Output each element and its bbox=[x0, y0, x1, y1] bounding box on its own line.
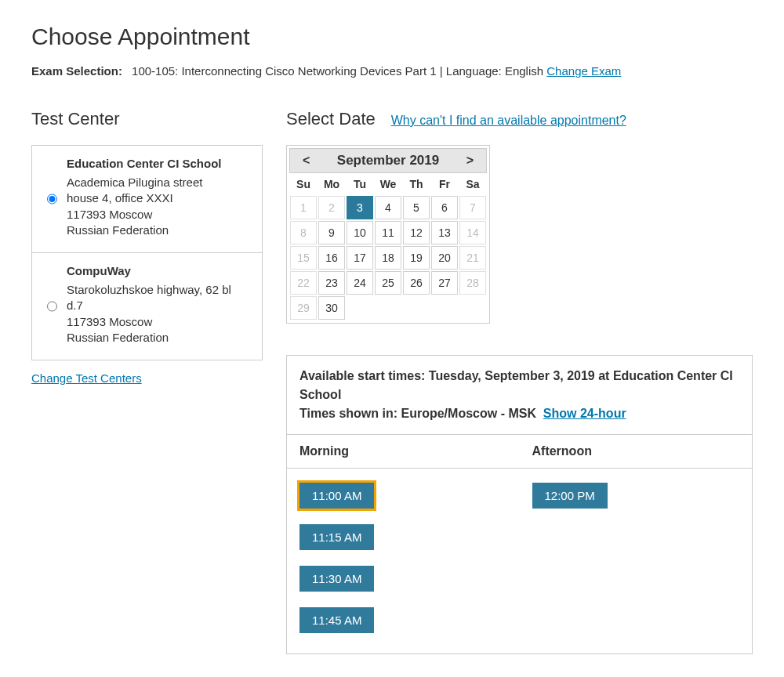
calendar-day[interactable]: 20 bbox=[431, 246, 458, 270]
test-center-address-line: Starokoluzhskoe highway, 62 bl bbox=[67, 282, 231, 298]
calendar-empty bbox=[431, 296, 458, 320]
calendar-empty bbox=[459, 296, 486, 320]
calendar-day[interactable]: 3 bbox=[347, 196, 373, 219]
calendar-day[interactable]: 24 bbox=[347, 271, 373, 295]
page-title: Choose Appointment bbox=[31, 24, 753, 50]
calendar-empty bbox=[375, 296, 401, 320]
time-slot[interactable]: 11:30 AM bbox=[299, 566, 374, 592]
test-center-name: CompuWay bbox=[67, 264, 231, 277]
afternoon-label: Afternoon bbox=[520, 435, 753, 468]
calendar-day: 7 bbox=[459, 196, 486, 219]
time-slot[interactable]: 12:00 PM bbox=[532, 483, 608, 509]
change-exam-link[interactable]: Change Exam bbox=[546, 64, 621, 78]
morning-column: 11:00 AM11:15 AM11:30 AM11:45 AM bbox=[287, 469, 520, 653]
time-slot[interactable]: 11:15 AM bbox=[299, 524, 374, 550]
calendar-day: 8 bbox=[290, 221, 317, 244]
calendar-day[interactable]: 10 bbox=[347, 221, 373, 244]
calendar-day[interactable]: 12 bbox=[403, 221, 430, 244]
calendar-day[interactable]: 19 bbox=[403, 246, 430, 270]
calendar-day: 15 bbox=[290, 246, 317, 270]
calendar-dow: Su bbox=[289, 173, 318, 195]
calendar-day[interactable]: 17 bbox=[347, 246, 373, 270]
calendar-prev-button[interactable]: < bbox=[298, 152, 314, 169]
test-center-heading: Test Center bbox=[31, 109, 263, 129]
calendar-day[interactable]: 30 bbox=[318, 296, 345, 320]
calendar-month-label: September 2019 bbox=[337, 153, 439, 168]
test-center-address-line: Academica Pilugina street bbox=[67, 175, 222, 190]
test-center-address-line: 117393 Moscow bbox=[67, 314, 231, 330]
toggle-24h-link[interactable]: Show 24-hour bbox=[543, 407, 626, 420]
test-center-list: Education Center CI SchoolAcademica Pilu… bbox=[31, 145, 263, 360]
test-center-address-line: d.7 bbox=[67, 298, 231, 313]
morning-label: Morning bbox=[287, 435, 520, 468]
exam-selection-text: 100-105: Interconnecting Cisco Networkin… bbox=[132, 64, 543, 78]
calendar-dow: Mo bbox=[318, 173, 346, 195]
calendar-dow: Fr bbox=[430, 173, 459, 195]
calendar-day[interactable]: 11 bbox=[375, 221, 401, 244]
calendar-day: 29 bbox=[290, 296, 317, 320]
test-center-address-line: Russian Federation bbox=[67, 223, 222, 238]
available-times-box: Available start times: Tuesday, Septembe… bbox=[286, 355, 753, 654]
timezone-value: Europe/Moscow - MSK bbox=[401, 407, 536, 420]
calendar-next-button[interactable]: > bbox=[462, 152, 478, 169]
change-test-centers-link[interactable]: Change Test Centers bbox=[31, 371, 142, 385]
calendar-day: 14 bbox=[459, 221, 486, 244]
calendar-dow: Th bbox=[402, 173, 430, 195]
time-slot[interactable]: 11:45 AM bbox=[299, 607, 374, 633]
select-date-heading: Select Date bbox=[286, 109, 376, 129]
calendar-day: 1 bbox=[290, 196, 317, 219]
calendar-empty bbox=[403, 296, 430, 320]
calendar-day[interactable]: 25 bbox=[375, 271, 401, 295]
calendar-day[interactable]: 16 bbox=[318, 246, 345, 270]
time-slot[interactable]: 11:00 AM bbox=[299, 483, 374, 509]
exam-selection-label: Exam Selection: bbox=[31, 64, 122, 78]
calendar-day: 2 bbox=[318, 196, 345, 219]
calendar-dow: We bbox=[374, 173, 402, 195]
calendar-day: 21 bbox=[459, 246, 486, 270]
test-center-address-line: 117393 Moscow bbox=[67, 207, 222, 223]
calendar-empty bbox=[347, 296, 373, 320]
calendar-dow: Tu bbox=[346, 173, 374, 195]
test-center-item[interactable]: CompuWayStarokoluzhskoe highway, 62 bld.… bbox=[32, 253, 262, 360]
test-center-name: Education Center CI School bbox=[67, 157, 222, 170]
test-center-address-line: Russian Federation bbox=[67, 330, 231, 346]
test-center-address-line: house 4, office XXXI bbox=[67, 190, 222, 206]
calendar-day: 28 bbox=[459, 271, 486, 295]
test-center-radio[interactable] bbox=[47, 267, 57, 346]
calendar-dow: Sa bbox=[459, 173, 487, 195]
available-times-header: Available start times: Tuesday, Septembe… bbox=[287, 356, 752, 434]
availability-help-link[interactable]: Why can't I find an available appointmen… bbox=[391, 114, 626, 128]
test-center-item[interactable]: Education Center CI SchoolAcademica Pilu… bbox=[32, 146, 262, 253]
calendar-day[interactable]: 13 bbox=[431, 221, 458, 244]
available-times-prefix: Available start times: bbox=[299, 369, 429, 382]
calendar-day: 22 bbox=[290, 271, 317, 295]
timezone-prefix: Times shown in: bbox=[299, 407, 401, 420]
calendar-day[interactable]: 26 bbox=[403, 271, 430, 295]
calendar-day[interactable]: 9 bbox=[318, 221, 345, 244]
calendar-day[interactable]: 6 bbox=[431, 196, 458, 219]
calendar-day[interactable]: 4 bbox=[375, 196, 401, 219]
test-center-radio[interactable] bbox=[47, 160, 57, 238]
afternoon-column: 12:00 PM bbox=[520, 469, 753, 653]
calendar-day[interactable]: 27 bbox=[431, 271, 458, 295]
calendar-day[interactable]: 23 bbox=[318, 271, 345, 295]
exam-selection-line: Exam Selection: 100-105: Interconnecting… bbox=[31, 64, 753, 78]
calendar-day[interactable]: 18 bbox=[375, 246, 401, 270]
calendar: < September 2019 > SuMoTuWeThFrSa1234567… bbox=[286, 145, 490, 324]
calendar-day[interactable]: 5 bbox=[403, 196, 430, 219]
